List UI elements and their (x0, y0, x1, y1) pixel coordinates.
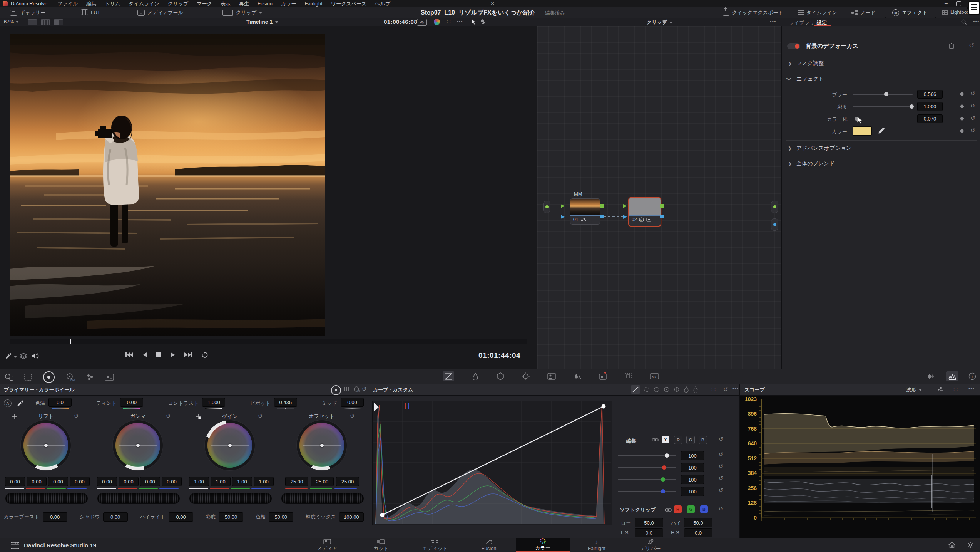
node2-key-output[interactable] (660, 215, 664, 218)
viewer-options-menu-icon[interactable]: ••• (457, 21, 463, 23)
lift-color-wheel[interactable] (23, 423, 68, 468)
high-value-field[interactable]: 50.0 (684, 518, 712, 527)
curve-gang-link-icon[interactable] (652, 437, 659, 443)
menu-item-timeline[interactable]: タイムライン (129, 0, 159, 7)
node2-rgb-output[interactable] (660, 204, 664, 208)
page-deliver[interactable]: デリバー (624, 538, 677, 552)
colorize-reset-icon[interactable]: ↺ (970, 115, 975, 121)
blur-slider-thumb[interactable] (884, 92, 888, 96)
gain-master-dial[interactable] (189, 493, 272, 504)
gamma-master-dial[interactable] (97, 493, 180, 504)
mid-value-field[interactable]: 0.00 (341, 398, 364, 407)
node-select-tool-icon[interactable] (470, 18, 477, 25)
loop-button[interactable] (201, 351, 209, 358)
keyframes-panel-icon[interactable] (927, 373, 936, 380)
b-reset-icon[interactable]: ↺ (719, 487, 724, 493)
project-settings-gear-icon[interactable] (967, 542, 974, 549)
lift-master-value[interactable]: 0.00 (5, 477, 25, 486)
playhead-marker[interactable] (70, 339, 71, 344)
gamma-master-value[interactable]: 0.00 (97, 477, 117, 486)
pivot-value-field[interactable]: 0.435 (274, 398, 297, 407)
color-boost-value-field[interactable]: 0.00 (43, 512, 67, 522)
curve-hue-hue-icon[interactable] (643, 386, 650, 393)
gamma-reset-icon[interactable]: ↺ (166, 413, 171, 419)
lut-button[interactable]: LUT (81, 9, 100, 15)
menu-item-mark[interactable]: マーク (197, 0, 212, 7)
page-fairlight[interactable]: ♪ Fairlight (570, 538, 624, 552)
gain-color-wheel[interactable] (207, 423, 252, 468)
info-panel-icon[interactable]: i (968, 372, 976, 380)
blur-value-field[interactable]: 0.566 (917, 90, 943, 99)
viewer-mode-grid-icon[interactable] (41, 19, 50, 25)
viewer-timecode[interactable]: 01:00:46:08 (384, 18, 417, 25)
timeline-selector[interactable]: Timeline 1 (246, 19, 278, 25)
viewer-scrub-bar[interactable] (10, 339, 527, 344)
b-value-field[interactable]: 100 (681, 487, 704, 496)
soft-clip-reset-icon[interactable]: ↺ (719, 506, 724, 512)
g-slider-thumb[interactable] (661, 477, 665, 482)
menu-item-edit[interactable]: 編集 (86, 0, 96, 7)
media-pool-button[interactable]: メディアプール (137, 9, 183, 16)
hue-value-field[interactable]: 50.00 (269, 512, 293, 522)
mask-section-header[interactable]: マスク調整 (796, 60, 824, 67)
primaries-mode-wheels-icon[interactable] (331, 385, 341, 395)
color-wheels-palette-icon[interactable] (5, 373, 13, 381)
r-reset-icon[interactable]: ↺ (719, 463, 724, 469)
tint-value-field[interactable]: 0.00 (120, 398, 143, 407)
curve-channels-reset-icon[interactable]: ↺ (719, 436, 724, 442)
primaries-mode-bars-icon[interactable] (343, 386, 350, 392)
color-reset-icon[interactable]: ↺ (970, 128, 975, 133)
offset-red-value[interactable]: 25.00 (285, 477, 308, 486)
lift-reset-icon[interactable]: ↺ (74, 413, 79, 419)
curve-graph[interactable] (372, 401, 612, 525)
mask-section-chevron-icon[interactable]: ❯ (788, 61, 792, 66)
node1[interactable]: 01 (570, 198, 600, 225)
color-match-palette-icon[interactable] (24, 373, 32, 381)
project-manager-home-icon[interactable] (948, 542, 955, 548)
hs-value-field[interactable]: 0.0 (684, 528, 712, 537)
lift-master-dial[interactable] (5, 493, 88, 504)
channel-g-button[interactable]: G (686, 436, 695, 444)
primaries-reset-icon[interactable]: ↺ (362, 386, 367, 392)
window-maximize-button[interactable] (956, 1, 961, 6)
grade-palette-icon[interactable] (434, 19, 440, 25)
saturation-slider[interactable] (853, 106, 913, 107)
effects-toggle-button[interactable]: fx エフェクト (892, 9, 928, 16)
menu-item-help[interactable]: ヘルプ (375, 0, 390, 7)
menu-item-file[interactable]: ファイル (57, 0, 78, 7)
gain-master-value[interactable]: 1.00 (189, 477, 209, 486)
gamma-green-value[interactable]: 0.00 (140, 477, 160, 486)
curves-expand-icon[interactable]: ⛶ (712, 387, 715, 393)
saturation-reset-icon[interactable]: ↺ (970, 103, 975, 109)
colorize-value-field[interactable]: 0.070 (917, 114, 943, 123)
curve-lum-sat-icon[interactable] (673, 386, 680, 393)
advanced-section-chevron-icon[interactable]: ❯ (788, 146, 792, 151)
curves-options-menu-icon[interactable]: ••• (732, 389, 739, 390)
inspector-options-menu-icon[interactable]: ••• (973, 21, 980, 23)
lift-blue-value[interactable]: 0.00 (70, 477, 90, 486)
play-button[interactable] (170, 352, 176, 358)
proxy-hq-icon[interactable]: HQ (417, 19, 427, 26)
audio-mute-icon[interactable] (32, 352, 39, 359)
contrast-value-field[interactable]: 1.000 (202, 398, 225, 407)
r-slider[interactable] (618, 467, 676, 468)
menu-item-fusion[interactable]: Fusion (258, 1, 273, 7)
offset-reset-icon[interactable]: ↺ (350, 413, 355, 419)
stop-button[interactable] (156, 352, 162, 358)
blur-reset-icon[interactable]: ↺ (970, 91, 975, 96)
hdr-wheels-palette-icon[interactable]: HDR (65, 373, 75, 381)
menu-item-clip[interactable]: クリップ (168, 0, 188, 7)
gamma-blue-value[interactable]: 0.00 (162, 477, 182, 486)
menu-item-trim[interactable]: トリム (105, 0, 120, 7)
qualifier-palette-icon[interactable] (472, 372, 479, 380)
step-back-button[interactable] (142, 352, 147, 358)
color-swatch[interactable] (853, 126, 872, 136)
gallery-button[interactable]: ギャラリー (10, 9, 45, 16)
y-reset-icon[interactable]: ↺ (719, 451, 724, 457)
saturation-keyframe-icon[interactable] (960, 104, 964, 108)
blur-keyframe-icon[interactable] (960, 92, 964, 96)
node-editor[interactable]: MM 01 02 fx (537, 26, 782, 369)
page-color-active[interactable]: カラー (516, 538, 570, 552)
stereo-3d-palette-icon[interactable]: 3D (650, 373, 659, 380)
lum-mix-value-field[interactable]: 100.00 (339, 512, 364, 522)
